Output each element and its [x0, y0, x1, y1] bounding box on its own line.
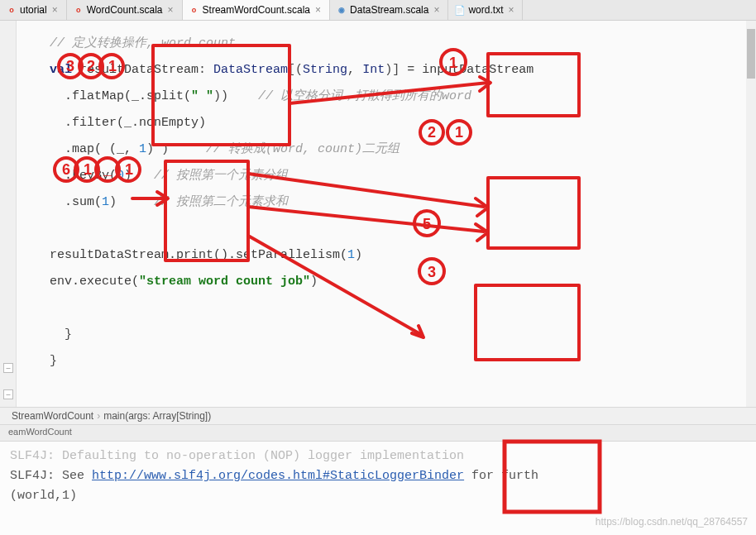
console-line: (world,1) [10, 486, 746, 506]
console-tab-bar: eamWordCount [0, 425, 756, 442]
fold-marker-icon[interactable]: – [3, 389, 13, 399]
breadcrumb: StreamWordCount › main(args: Array[Strin… [0, 407, 756, 425]
tab-tutorial[interactable]: o utorial × [0, 0, 67, 20]
close-icon[interactable]: × [506, 4, 515, 16]
scala-icon: o [189, 5, 199, 15]
scrollbar-thumb[interactable] [747, 29, 755, 79]
scala-icon: o [74, 5, 84, 15]
watermark: https://blog.csdn.net/qq_28764557 [596, 512, 748, 532]
console-tab-label[interactable]: eamWordCount [8, 427, 72, 437]
console-line: SLF4J: See http://www.slf4j.org/codes.ht… [10, 466, 746, 486]
fold-marker-icon[interactable]: – [3, 363, 13, 373]
tab-label: DataStream.scala [350, 4, 428, 16]
scala-icon: o [7, 5, 17, 15]
tab-wordcount[interactable]: o WordCount.scala × [67, 0, 183, 20]
editor-gutter: – – [0, 21, 17, 407]
chevron-right-icon: › [93, 410, 103, 422]
breadcrumb-class[interactable]: StreamWordCount [12, 410, 93, 422]
code-editor[interactable]: – – // 定义转换操作, word count val resultData… [0, 21, 756, 407]
breadcrumb-method[interactable]: main(args: Array[String]) [103, 410, 211, 422]
tab-wordtxt[interactable]: 📄 word.txt × [448, 0, 523, 20]
tab-label: utorial [20, 4, 47, 16]
java-icon: ◉ [337, 5, 347, 15]
file-icon: 📄 [455, 5, 465, 15]
tab-label: StreamWordCount.scala [203, 4, 311, 16]
tab-label: word.txt [468, 4, 503, 16]
editor-tab-bar: o utorial × o WordCount.scala × o Stream… [0, 0, 756, 21]
slf4j-link[interactable]: http://www.slf4j.org/codes.html#StaticLo… [92, 469, 464, 483]
tab-label: WordCount.scala [87, 4, 163, 16]
console-output[interactable]: SLF4J: Defaulting to no-operation (NOP) … [0, 442, 756, 535]
console-line: SLF4J: Defaulting to no-operation (NOP) … [10, 447, 746, 466]
close-icon[interactable]: × [50, 4, 60, 16]
close-icon[interactable]: × [432, 4, 441, 16]
close-icon[interactable]: × [313, 4, 323, 16]
code-content[interactable]: // 定义转换操作, word count val resultDataStre… [17, 21, 756, 407]
tab-streamwordcount[interactable]: o StreamWordCount.scala × [183, 0, 331, 20]
vertical-scrollbar[interactable] [746, 21, 756, 407]
tab-datastream[interactable]: ◉ DataStream.scala × [330, 0, 448, 20]
close-icon[interactable]: × [166, 4, 175, 16]
